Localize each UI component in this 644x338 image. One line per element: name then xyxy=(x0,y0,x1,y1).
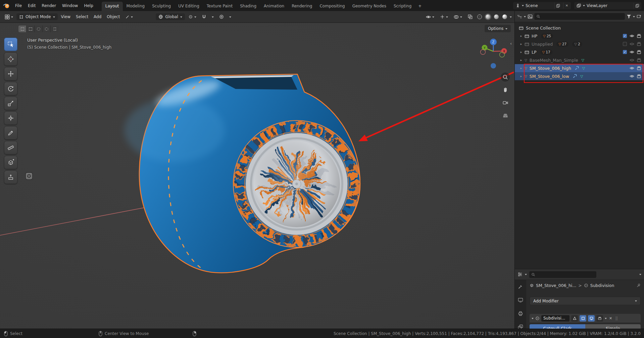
outliner-row-hp[interactable]: ▸ HP ▽25 ✓ xyxy=(515,32,644,40)
tab-texture-paint[interactable]: Texture Paint xyxy=(203,2,236,11)
blender-logo-icon[interactable] xyxy=(3,3,10,9)
tab-shading[interactable]: Shading xyxy=(236,2,260,11)
modifier-panel-header[interactable]: Subdivisi... ✕ ⣿ xyxy=(530,314,641,323)
disable-render-camera-icon[interactable] xyxy=(637,50,641,54)
properties-search-input[interactable] xyxy=(529,271,596,278)
pin-icon[interactable] xyxy=(636,283,641,288)
remove-modifier-icon[interactable]: ✕ xyxy=(608,316,613,321)
xray-toggle[interactable] xyxy=(466,13,475,20)
tab-animation[interactable]: Animation xyxy=(260,2,288,11)
filter-chevron-icon[interactable] xyxy=(639,274,641,276)
hide-eye-icon[interactable] xyxy=(630,66,634,70)
outliner-row-label[interactable]: SM_Stove_006_high xyxy=(530,66,571,71)
zoom-icon[interactable] xyxy=(501,73,510,82)
scene-selector[interactable]: Scene ✕ xyxy=(513,2,571,9)
realtime-display-toggle[interactable] xyxy=(588,315,595,322)
select-mode-lasso[interactable] xyxy=(43,26,51,32)
menu-render[interactable]: Render xyxy=(39,2,59,9)
snap-settings-dropdown[interactable] xyxy=(210,15,216,19)
display-mode-icon[interactable] xyxy=(528,14,533,19)
tab-rendering[interactable]: Rendering xyxy=(288,2,316,11)
viewlayer-selector[interactable]: ViewLayer xyxy=(574,2,641,9)
shading-material-button[interactable] xyxy=(493,13,500,20)
outliner-row-label[interactable]: Scene Collection xyxy=(526,26,561,31)
outliner-row-label[interactable]: SM_Stove_006_low xyxy=(530,74,569,79)
exclude-checkbox[interactable]: ✓ xyxy=(623,34,627,38)
hide-eye-icon[interactable] xyxy=(630,34,634,38)
modifier-extras-chevron-icon[interactable] xyxy=(605,318,607,320)
hide-eye-icon[interactable] xyxy=(630,75,634,78)
tab-sculpting[interactable]: Sculpting xyxy=(148,2,175,11)
shading-wireframe-button[interactable] xyxy=(476,13,483,20)
render-toggle[interactable] xyxy=(596,315,603,322)
expand-arrow-icon[interactable]: ▸ xyxy=(519,58,523,62)
chevron-down-icon[interactable] xyxy=(524,16,526,18)
pan-hand-icon[interactable] xyxy=(501,85,510,94)
tool-move[interactable] xyxy=(4,67,17,81)
proportional-falloff-dropdown[interactable] xyxy=(227,15,233,19)
tab-render-icon[interactable] xyxy=(518,297,523,303)
menu-add[interactable]: Add xyxy=(92,13,103,20)
disable-render-camera-icon[interactable] xyxy=(637,74,641,78)
outliner-row-unapplied[interactable]: ▸ Unapplied ▽27 ▽2 xyxy=(515,40,644,48)
tab-tool-icon[interactable] xyxy=(518,284,523,289)
menu-file[interactable]: File xyxy=(12,2,25,9)
camera-view-icon[interactable] xyxy=(501,98,510,107)
new-viewlayer-icon[interactable] xyxy=(634,3,641,9)
outliner-row-lp[interactable]: ▸ LP ▽17 ✓ xyxy=(515,48,644,56)
breadcrumb-object[interactable]: SM_Stove_006_hi... xyxy=(536,283,576,288)
add-modifier-dropdown[interactable]: Add Modifier xyxy=(530,297,641,305)
chevron-down-icon[interactable] xyxy=(525,274,527,276)
shading-rendered-button[interactable] xyxy=(501,13,508,20)
tool-annotate[interactable] xyxy=(4,126,17,140)
editor-type-button[interactable] xyxy=(3,13,15,20)
chevron-down-icon[interactable] xyxy=(633,16,635,18)
tool-extrude[interactable] xyxy=(4,171,17,184)
catmull-clark-button[interactable]: Catmull-Clark xyxy=(530,324,585,329)
expand-arrow-icon[interactable]: ▸ xyxy=(519,42,523,46)
pivot-dropdown[interactable] xyxy=(186,13,198,20)
new-scene-icon[interactable] xyxy=(554,3,561,9)
tab-scripting[interactable]: Scripting xyxy=(390,2,415,11)
gizmos-dropdown[interactable] xyxy=(438,13,450,20)
tab-viewlayer-icon[interactable] xyxy=(518,324,523,329)
menu-view[interactable]: View xyxy=(59,13,72,20)
tab-layout[interactable]: Layout xyxy=(102,2,123,11)
select-mode-circle[interactable] xyxy=(35,26,43,32)
tool-measure[interactable] xyxy=(4,141,17,154)
mode-dropdown[interactable]: Object Mode xyxy=(16,13,58,20)
tool-rotate[interactable] xyxy=(4,82,17,95)
outliner-row-label[interactable]: BaseMesh_Man_Simple xyxy=(530,58,578,63)
tab-compositing[interactable]: Compositing xyxy=(316,2,348,11)
hide-eye-icon[interactable] xyxy=(630,58,634,62)
random-seed-dice-icon[interactable] xyxy=(25,172,33,180)
expand-arrow-icon[interactable]: ▸ xyxy=(519,50,523,54)
orientation-dropdown[interactable]: Global xyxy=(156,13,185,20)
outliner-row-scene-collection[interactable]: Scene Collection xyxy=(515,24,644,32)
menu-window[interactable]: Window xyxy=(59,2,81,9)
unlink-scene-icon[interactable]: ✕ xyxy=(563,3,570,9)
outliner-editor-icon[interactable] xyxy=(517,14,522,19)
tool-transform[interactable] xyxy=(4,111,17,125)
options-dropdown[interactable]: Options xyxy=(485,25,511,32)
tool-select-box[interactable] xyxy=(4,38,17,51)
outliner-row-label[interactable]: LP xyxy=(532,50,537,55)
snap-toggle[interactable] xyxy=(200,13,208,20)
add-workspace-button[interactable]: + xyxy=(415,2,425,11)
tab-geometry-nodes[interactable]: Geometry Nodes xyxy=(349,2,390,11)
overlays-dropdown[interactable] xyxy=(452,14,464,20)
outliner-row-sm-stove-high[interactable]: ▸ ▽ SM_Stove_006_high ▽ xyxy=(515,64,644,72)
hide-eye-icon[interactable] xyxy=(630,42,634,46)
modifier-name-field[interactable]: Subdivisi... xyxy=(541,315,569,322)
navigation-gizmo[interactable]: Z Y X xyxy=(475,36,511,76)
tab-uv-editing[interactable]: UV Editing xyxy=(175,2,203,11)
proportional-edit-toggle[interactable] xyxy=(217,13,226,20)
select-mode-extra[interactable] xyxy=(51,26,59,32)
simple-button[interactable]: Simple xyxy=(585,324,641,329)
show-on-cage-toggle[interactable] xyxy=(571,315,578,322)
shading-options-chevron-icon[interactable] xyxy=(510,16,512,19)
orthographic-grid-icon[interactable] xyxy=(501,111,510,120)
viewport-canvas[interactable] xyxy=(0,23,514,329)
disable-render-camera-icon[interactable] xyxy=(637,34,641,38)
disable-render-camera-icon[interactable] xyxy=(637,66,641,70)
